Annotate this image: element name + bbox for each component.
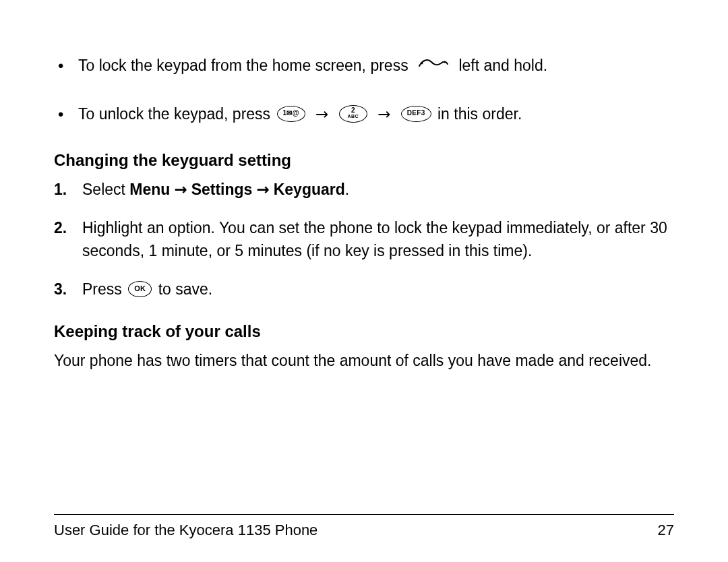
steps-list: 1. Select Menu→Settings→Keyguard. 2. Hig… <box>54 178 674 301</box>
step-text: Press <box>82 280 126 298</box>
arrow-icon: → <box>252 181 273 198</box>
bullet-text: in this order. <box>437 105 522 123</box>
step-item: 2. Highlight an option. You can set the … <box>54 216 674 263</box>
step-text: to save. <box>158 280 213 298</box>
menu-path-part: Menu <box>129 181 170 198</box>
key-ok-icon: OK <box>128 281 152 297</box>
page-number: 27 <box>658 522 674 539</box>
key-2-icon: 2 ABC <box>339 105 367 123</box>
arrow-icon: → <box>311 105 332 123</box>
key-1-icon: 1✉@ <box>277 106 305 122</box>
bullet-text: To unlock the keypad, press <box>78 105 275 123</box>
document-page: To lock the keypad from the home screen,… <box>0 0 728 562</box>
footer-row: User Guide for the Kyocera 1135 Phone 27 <box>54 522 674 539</box>
nav-key-icon <box>417 53 450 78</box>
body-content: To lock the keypad from the home screen,… <box>54 54 674 373</box>
step-number: 2. <box>54 216 67 240</box>
section-heading-keyguard: Changing the keyguard setting <box>54 148 674 173</box>
bullet-item-lock: To lock the keypad from the home screen,… <box>54 54 674 80</box>
step-text: . <box>345 181 349 198</box>
footer-rule <box>54 514 674 515</box>
arrow-icon: → <box>373 105 394 123</box>
step-number: 1. <box>54 178 67 201</box>
step-item: 1. Select Menu→Settings→Keyguard. <box>54 178 674 201</box>
page-footer: User Guide for the Kyocera 1135 Phone 27 <box>54 514 674 539</box>
bullet-list: To lock the keypad from the home screen,… <box>54 54 674 125</box>
step-item: 3. Press OK to save. <box>54 278 674 301</box>
paragraph-text: Your phone has two timers that count the… <box>54 349 674 373</box>
section-heading-calls: Keeping track of your calls <box>54 319 674 344</box>
menu-path-part: Settings <box>191 181 253 198</box>
step-text: Select <box>82 181 129 198</box>
svg-point-0 <box>421 63 423 65</box>
step-number: 3. <box>54 278 67 301</box>
bullet-text: left and hold. <box>458 57 547 74</box>
bullet-item-unlock: To unlock the keypad, press 1✉@ → 2 ABC … <box>54 102 674 126</box>
key-2-bot: ABC <box>340 114 367 119</box>
svg-point-1 <box>444 61 446 63</box>
key-2-top: 2 <box>340 106 367 114</box>
menu-path-part: Keyguard <box>274 181 345 198</box>
key-3-icon: DEF3 <box>401 106 431 122</box>
step-text: Highlight an option. You can set the pho… <box>82 219 667 260</box>
bullet-text: To lock the keypad from the home screen,… <box>78 57 413 74</box>
arrow-icon: → <box>170 181 191 198</box>
footer-title: User Guide for the Kyocera 1135 Phone <box>54 522 317 539</box>
